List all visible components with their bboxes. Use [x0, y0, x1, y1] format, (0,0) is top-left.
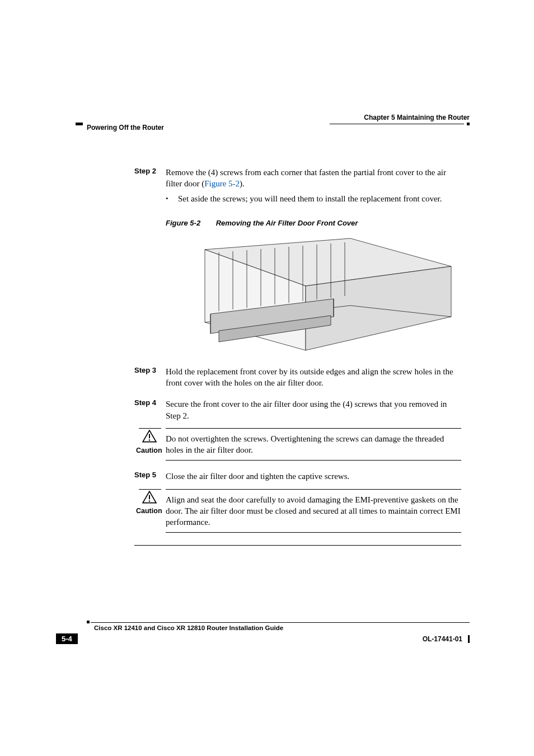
- content-area: Step 2 Remove the (4) screws from each c…: [134, 157, 461, 546]
- bullet-icon: •: [166, 193, 178, 204]
- step-label: Step 5: [134, 471, 166, 482]
- page: Chapter 5 Maintaining the Router Powerin…: [0, 0, 534, 756]
- caution-icon: [142, 491, 157, 504]
- caution-1: Caution Do not overtighten the screws. O…: [134, 428, 461, 461]
- step-label: Step 4: [134, 398, 166, 421]
- caution-icon: [142, 430, 157, 443]
- figure-link[interactable]: Figure 5-2: [204, 179, 240, 188]
- section-end-rule: [134, 545, 461, 546]
- step-label: Step 2: [134, 167, 166, 190]
- step-body: Hold the replacement front cover by its …: [166, 366, 461, 389]
- svg-point-18: [149, 439, 150, 440]
- document-id: OL-17441-01: [423, 635, 462, 643]
- step-4: Step 4 Secure the front cover to the air…: [134, 398, 461, 421]
- chapter-title: Chapter 5 Maintaining the Router: [364, 114, 470, 121]
- page-number: 5-4: [56, 633, 78, 644]
- caution-label: Caution: [136, 447, 166, 454]
- caution-text: Align and seat the door carefully to avo…: [166, 489, 461, 533]
- step-3: Step 3 Hold the replacement front cover …: [134, 366, 461, 389]
- page-footer: Cisco XR 12410 and Cisco XR 12810 Router…: [56, 622, 470, 644]
- step-2-bullet: • Set aside the screws; you will need th…: [166, 193, 461, 204]
- step-body: Close the air filter door and tighten th…: [166, 471, 461, 482]
- step-body: Secure the front cover to the air filter…: [166, 398, 461, 421]
- step-2: Step 2 Remove the (4) screws from each c…: [134, 167, 461, 190]
- figure-caption: Figure 5-2 Removing the Air Filter Door …: [166, 219, 461, 227]
- figure-5-2-illustration: [166, 233, 461, 356]
- caution-text: Do not overtighten the screws. Overtight…: [166, 428, 461, 461]
- step-5: Step 5 Close the air filter door and tig…: [134, 471, 461, 482]
- caution-2: Caution Align and seat the door carefull…: [134, 489, 461, 533]
- step-label: Step 3: [134, 366, 166, 389]
- svg-point-20: [149, 500, 150, 501]
- guide-title: Cisco XR 12410 and Cisco XR 12810 Router…: [94, 623, 470, 631]
- step-body: Remove the (4) screws from each corner t…: [166, 167, 461, 190]
- caution-label: Caution: [136, 507, 166, 515]
- section-title: Powering Off the Router: [87, 124, 164, 132]
